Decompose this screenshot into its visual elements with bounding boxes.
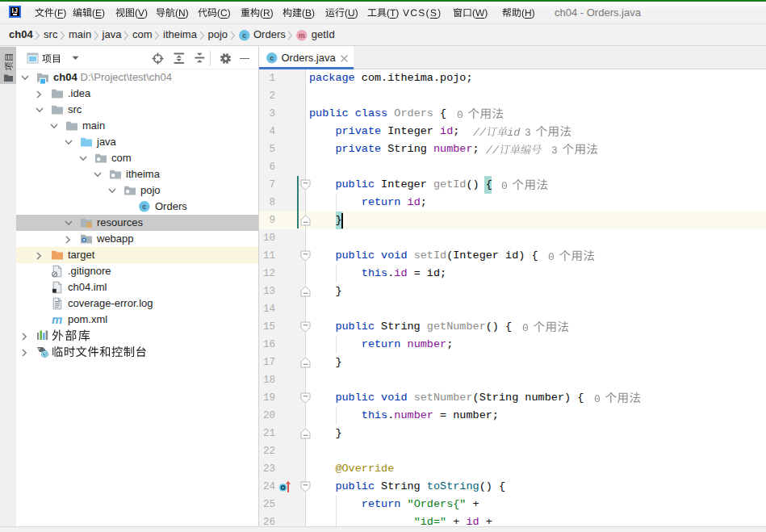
svg-text:c: c	[242, 31, 246, 39]
svg-text:c: c	[142, 203, 146, 211]
svg-text:c: c	[270, 54, 274, 62]
svg-text:m: m	[299, 31, 305, 39]
